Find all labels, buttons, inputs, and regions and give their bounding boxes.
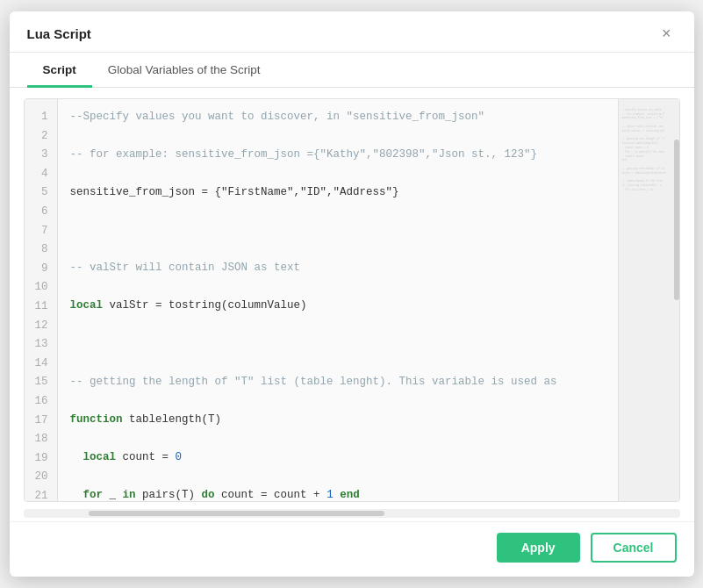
tab-script[interactable]: Script xyxy=(27,53,92,88)
minimap-content: --Specify values you want -- for example… xyxy=(619,99,679,203)
code-content[interactable]: --Specify values you want to discover, i… xyxy=(58,99,618,501)
dialog-header: Lua Script × xyxy=(10,11,694,53)
line-numbers: 12345 678910 1112131415 1617181920 21 xyxy=(25,99,58,501)
dialog-footer: Apply Cancel xyxy=(10,521,694,577)
minimap-scrollbar-thumb xyxy=(674,140,679,300)
close-button[interactable]: × xyxy=(656,24,677,43)
cancel-button[interactable]: Cancel xyxy=(591,533,677,563)
code-minimap: --Specify values you want -- for example… xyxy=(618,99,679,501)
code-editor-area: 12345 678910 1112131415 1617181920 21 --… xyxy=(24,98,680,502)
horizontal-scrollbar-thumb xyxy=(89,511,384,516)
lua-script-dialog: Lua Script × Script Global Variables of … xyxy=(10,11,694,577)
horizontal-scrollbar[interactable] xyxy=(24,509,680,518)
tab-global-variables[interactable]: Global Variables of the Script xyxy=(92,53,276,88)
apply-button[interactable]: Apply xyxy=(497,533,580,563)
tabs-container: Script Global Variables of the Script xyxy=(10,53,694,88)
dialog-title: Lua Script xyxy=(27,26,91,41)
